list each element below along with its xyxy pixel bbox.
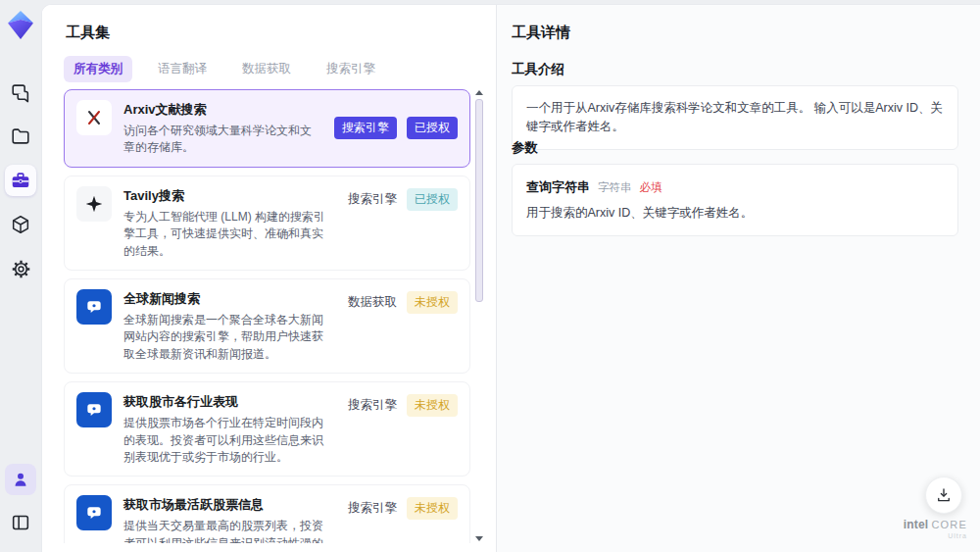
tool-description: 提供股票市场各个行业在特定时间段内的表现。投资者可以利用这些信息来识别表现优于或…: [123, 415, 332, 466]
app-logo-icon: [6, 10, 35, 41]
tool-card-arxiv[interactable]: Arxiv文献搜索 访问各个研究领域大量科学论文和文章的存储库。 搜索引擎 已授…: [64, 89, 470, 168]
tool-detail-panel: 工具详情 工具介绍 一个用于从Arxiv存储库搜索科学论文和文章的工具。 输入可…: [496, 5, 980, 552]
tool-list: Arxiv文献搜索 访问各个研究领域大量科学论文和文章的存储库。 搜索引擎 已授…: [64, 89, 470, 543]
detail-title: 工具详情: [512, 24, 570, 42]
tool-name: Tavily搜索: [123, 187, 332, 205]
auth-status-badge: 已授权: [407, 188, 458, 211]
category-badge: 搜索引擎: [334, 117, 397, 139]
scrollbar-up-arrow[interactable]: [475, 90, 483, 95]
panel-toggle-icon: [10, 512, 31, 533]
news-app-icon: [76, 495, 112, 530]
cube-icon: [10, 214, 31, 235]
download-button[interactable]: [925, 477, 962, 514]
tool-name: Arxiv文献搜索: [123, 101, 318, 119]
sidebar-item-profile[interactable]: [5, 464, 36, 495]
download-icon: [935, 486, 953, 504]
gear-icon: [11, 259, 31, 279]
intro-heading: 工具介绍: [512, 61, 564, 78]
page-title: 工具集: [66, 24, 110, 42]
tab-all-categories[interactable]: 所有类别: [64, 56, 132, 82]
param-card: 查询字符串 字符串 必填 用于搜索的Arxiv ID、关键字或作者姓名。: [512, 164, 958, 236]
chat-icon: [10, 81, 31, 103]
sidebar-item-chat[interactable]: [5, 76, 36, 108]
tool-name: 获取股市各行业表现: [123, 393, 332, 411]
tool-name: 获取市场最活跃股票信息: [123, 496, 332, 514]
auth-status-badge: 已授权: [407, 117, 458, 139]
tool-description: 全球新闻搜索是一个聚合全球各大新闻网站内容的搜索引擎，帮助用户快速获取全球最新资…: [123, 312, 332, 363]
param-required-badge: 必填: [640, 180, 662, 195]
category-label: 搜索引擎: [348, 188, 397, 211]
tab-search-engine[interactable]: 搜索引擎: [317, 56, 385, 82]
param-description: 用于搜索的Arxiv ID、关键字或作者姓名。: [526, 205, 944, 222]
intro-text: 一个用于从Arxiv存储库搜索科学论文和文章的工具。 输入可以是Arxiv ID…: [526, 101, 943, 133]
tool-card-most-active-stocks[interactable]: 获取市场最活跃股票信息 提供当天交易量最高的股票列表，投资者可以利用这些信息来识…: [64, 484, 470, 543]
param-name: 查询字符串: [526, 178, 590, 196]
scrollbar-down-arrow[interactable]: [475, 536, 483, 541]
tool-description: 提供当天交易量最高的股票列表，投资者可以利用这些信息来识别流动性强的股票和潜在的…: [123, 518, 332, 543]
sidebar-item-packages[interactable]: [5, 209, 36, 240]
category-tabs: 所有类别 语言翻译 数据获取 搜索引擎: [64, 56, 385, 82]
auth-status-badge: 未授权: [407, 394, 458, 417]
toolset-panel: 工具集 所有类别 语言翻译 数据获取 搜索引擎 A: [42, 5, 496, 552]
intro-card: 一个用于从Arxiv存储库搜索科学论文和文章的工具。 输入可以是Arxiv ID…: [512, 85, 958, 150]
sidebar-item-files[interactable]: [5, 121, 36, 152]
category-label: 搜索引擎: [348, 394, 397, 417]
tavily-star-icon: [76, 186, 112, 222]
tool-card-sector-performance[interactable]: 获取股市各行业表现 提供股票市场各个行业在特定时间段内的表现。投资者可以利用这些…: [64, 381, 470, 477]
tool-description: 访问各个研究领域大量科学论文和文章的存储库。: [123, 123, 318, 157]
param-type: 字符串: [598, 180, 632, 195]
category-label: 数据获取: [348, 291, 397, 314]
sidebar-item-panel-toggle[interactable]: [5, 507, 36, 538]
scrollbar-thumb[interactable]: [475, 99, 483, 302]
news-app-icon: [76, 289, 112, 325]
tool-name: 全球新闻搜索: [123, 290, 332, 308]
tool-card-global-news[interactable]: 全球新闻搜索 全球新闻搜索是一个聚合全球各大新闻网站内容的搜索引擎，帮助用户快速…: [64, 278, 470, 374]
sidebar-item-toolbox[interactable]: [5, 165, 36, 196]
tab-data-fetch[interactable]: 数据获取: [232, 56, 301, 82]
folder-icon: [10, 125, 31, 147]
toolbox-icon: [10, 170, 31, 191]
tab-language-translation[interactable]: 语言翻译: [148, 56, 217, 82]
intel-core-logo: intelCORE Ultra: [904, 515, 967, 540]
auth-status-badge: 未授权: [407, 497, 458, 520]
app-window: 工具集 所有类别 语言翻译 数据获取 搜索引擎 A: [0, 0, 980, 552]
params-heading: 参数: [512, 139, 538, 157]
arxiv-logo-icon: [76, 100, 112, 135]
category-label: 搜索引擎: [348, 497, 397, 520]
tool-description: 专为人工智能代理 (LLM) 构建的搜索引擎工具，可快速提供实时、准确和真实的结…: [123, 209, 332, 260]
user-icon: [11, 470, 30, 489]
news-app-icon: [76, 392, 112, 427]
auth-status-badge: 未授权: [407, 291, 458, 314]
tool-list-scrollbar: [475, 90, 483, 541]
content-shell: 工具集 所有类别 语言翻译 数据获取 搜索引擎 A: [41, 4, 980, 552]
tool-card-tavily[interactable]: Tavily搜索 专为人工智能代理 (LLM) 构建的搜索引擎工具，可快速提供实…: [64, 176, 470, 271]
sidebar-item-settings[interactable]: [5, 253, 36, 284]
left-rail: [0, 0, 41, 552]
